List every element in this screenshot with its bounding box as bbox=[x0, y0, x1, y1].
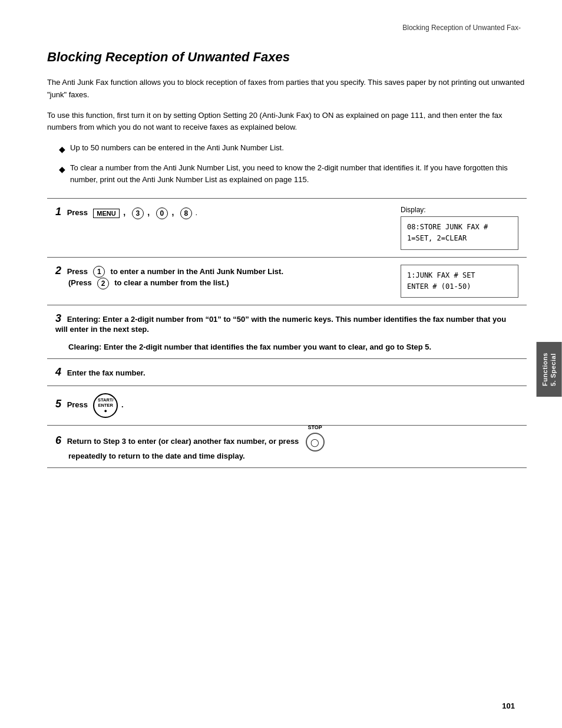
key-8: 8 bbox=[180, 207, 192, 219]
step-2-subtext: (Press bbox=[68, 279, 94, 288]
step-1-num: 1 bbox=[55, 206, 61, 218]
step-5-num: 5 bbox=[55, 398, 61, 410]
step-3-num: 3 bbox=[55, 312, 61, 324]
key-start-text1: START/ bbox=[98, 397, 114, 403]
key-1: 1 bbox=[93, 266, 105, 278]
display-line-1-2: 1=SET, 2=CLEAR bbox=[407, 233, 512, 244]
step-4-text: Enter the fax number. bbox=[67, 368, 146, 377]
step-1-display: Display: 08:STORE JUNK FAX # 1=SET, 2=CL… bbox=[395, 206, 518, 249]
key-2: 2 bbox=[97, 278, 109, 289]
comma-3: , bbox=[171, 207, 176, 217]
step-4-cell: 4 Enter the fax number. bbox=[47, 358, 527, 386]
step-6-cell: 6 Return to Step 3 to enter (or clear) a… bbox=[47, 425, 527, 467]
key-0: 0 bbox=[156, 207, 168, 219]
sidebar-tab-line2: Functions bbox=[541, 353, 548, 386]
page-number: 101 bbox=[502, 701, 515, 710]
step-5-row: 5 Press START/ ENTER ● . bbox=[47, 386, 527, 425]
key-menu: MENU bbox=[93, 209, 119, 218]
step-5-period: . bbox=[121, 400, 124, 409]
stop-wrapper: STOP ◯ bbox=[306, 433, 325, 452]
step-1-press-label: Press bbox=[67, 208, 90, 217]
comma-1: , bbox=[123, 207, 128, 217]
step-2-row: 2 Press 1 to enter a number in the Anti … bbox=[47, 257, 527, 305]
display-label-1: Display: bbox=[401, 206, 518, 214]
step-3-cell: 3 Entering: Enter a 2-digit number from … bbox=[47, 305, 527, 358]
display-box-2: 1:JUNK FAX # SET ENTER # (01-50) bbox=[401, 265, 518, 298]
step-1-cell: 1 Press MENU , 3 , 0 , 8 . Display: bbox=[47, 199, 527, 257]
sidebar-tab-line1: 5. Special bbox=[550, 353, 557, 386]
step-2-cell: 2 Press 1 to enter a number in the Anti … bbox=[47, 257, 527, 305]
step-6-row: 6 Return to Step 3 to enter (or clear) a… bbox=[47, 425, 527, 467]
bullet-text-1: Up to 50 numbers can be entered in the A… bbox=[70, 142, 284, 154]
bullet-diamond-2: ◆ bbox=[59, 163, 65, 176]
step-6-text-before: Return to Step 3 to enter (or clear) ano… bbox=[67, 437, 301, 446]
key-stop: ◯ bbox=[306, 433, 325, 452]
sidebar-tab: 5. Special Functions bbox=[537, 342, 562, 397]
step-6-text-after: repeatedly to return to the date and tim… bbox=[68, 452, 245, 460]
bullet-item-1: ◆ Up to 50 numbers can be entered in the… bbox=[59, 142, 527, 156]
bullet-list: ◆ Up to 50 numbers can be entered in the… bbox=[59, 142, 527, 186]
key-start-dot: ● bbox=[104, 408, 107, 414]
stop-label-text: STOP bbox=[308, 424, 322, 430]
display-line-1-1: 08:STORE JUNK FAX # bbox=[407, 222, 512, 233]
header-text: Blocking Reception of Unwanted Fax- bbox=[47, 24, 527, 32]
step-1-period: . bbox=[195, 208, 197, 217]
intro-para-1: The Anti Junk Fax function allows you to… bbox=[47, 77, 527, 101]
step-6-num: 6 bbox=[55, 434, 61, 446]
step-2-press: Press bbox=[67, 267, 90, 276]
step-2-display: 1:JUNK FAX # SET ENTER # (01-50) bbox=[395, 265, 518, 298]
step-3-row: 3 Entering: Enter a 2-digit number from … bbox=[47, 305, 527, 358]
step-4-row: 4 Enter the fax number. bbox=[47, 358, 527, 386]
bullet-diamond-1: ◆ bbox=[59, 143, 65, 156]
key-start-text2: ENTER bbox=[98, 403, 113, 408]
intro-para-2: To use this function, first turn it on b… bbox=[47, 110, 527, 134]
step-2-text: to enter a number in the Anti Junk Numbe… bbox=[108, 267, 283, 276]
step-3-clearing: Clearing: Enter the 2-digit number that … bbox=[68, 342, 431, 351]
page-title: Blocking Reception of Unwanted Faxes bbox=[47, 50, 527, 65]
comma-2: , bbox=[147, 207, 152, 217]
display-line-2-1: 1:JUNK FAX # SET bbox=[407, 270, 512, 281]
key-3: 3 bbox=[132, 207, 144, 219]
step-1-row: 1 Press MENU , 3 , 0 , 8 . Display: bbox=[47, 199, 527, 257]
step-2-subtext2: to clear a number from the list.) bbox=[113, 279, 229, 288]
step-5-cell: 5 Press START/ ENTER ● . bbox=[47, 386, 527, 425]
steps-table: 1 Press MENU , 3 , 0 , 8 . Display: bbox=[47, 198, 527, 468]
bullet-item-2: ◆ To clear a number from the Anti Junk N… bbox=[59, 162, 527, 187]
display-line-2-2: ENTER # (01-50) bbox=[407, 281, 512, 292]
step-5-press: Press bbox=[67, 400, 90, 409]
step-4-num: 4 bbox=[55, 366, 61, 378]
display-box-1: 08:STORE JUNK FAX # 1=SET, 2=CLEAR bbox=[401, 216, 518, 249]
bullet-text-2: To clear a number from the Anti Junk Num… bbox=[70, 162, 527, 187]
key-start: START/ ENTER ● bbox=[93, 393, 118, 418]
page: Blocking Reception of Unwanted Fax- Bloc… bbox=[0, 0, 562, 728]
step-2-num: 2 bbox=[55, 265, 61, 276]
step-3-entering: Entering: Enter a 2-digit number from “0… bbox=[55, 315, 506, 334]
